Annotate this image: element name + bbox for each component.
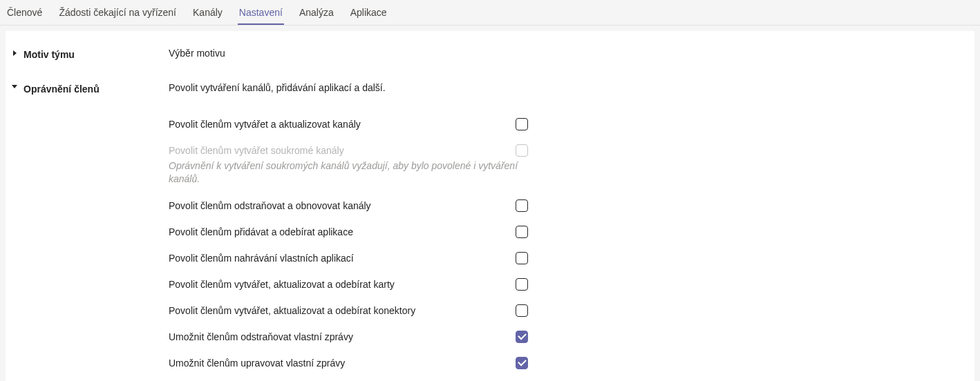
tab-pending-requests[interactable]: Žádosti čekající na vyřízení — [57, 3, 178, 25]
tab-settings[interactable]: Nastavení — [238, 3, 284, 25]
checkbox-edit-own-messages[interactable] — [516, 357, 528, 369]
option-create-update-channels: Povolit členům vytvářet a aktualizovat k… — [169, 111, 528, 137]
settings-panel: Motiv týmu Výběr motivu Oprávnění členů … — [6, 31, 974, 381]
section-title-permissions: Oprávnění členů — [23, 82, 169, 95]
tab-apps[interactable]: Aplikace — [349, 3, 388, 25]
checkbox-create-update-channels[interactable] — [516, 118, 528, 130]
option-label: Povolit členům odstraňovat a obnovovat k… — [169, 200, 516, 211]
option-upload-custom-apps: Povolit členům nahrávání vlastních aplik… — [169, 245, 528, 271]
expander-team-theme[interactable] — [6, 48, 23, 56]
option-label: Umožnit členům upravovat vlastní zprávy — [169, 358, 516, 369]
checkbox-create-private-channels — [516, 144, 528, 157]
checkbox-add-remove-apps[interactable] — [516, 226, 528, 238]
expander-member-permissions[interactable] — [6, 82, 23, 88]
checkbox-upload-custom-apps[interactable] — [516, 252, 528, 264]
caret-right-icon — [13, 50, 17, 56]
option-label: Povolit členům vytvářet, aktualizovat a … — [169, 305, 516, 316]
caret-down-icon — [12, 85, 17, 88]
option-label: Povolit členům vytvářet, aktualizovat a … — [169, 279, 516, 290]
option-delete-own-messages: Umožnit členům odstraňovat vlastní zpráv… — [169, 324, 528, 350]
option-create-private-channels: Povolit členům vytvářet soukromé kanály — [169, 137, 528, 159]
option-label: Povolit členům vytvářet soukromé kanály — [169, 145, 516, 156]
option-help-private-channels: Oprávnění k vytváření soukromých kanálů … — [169, 159, 521, 186]
option-manage-connectors: Povolit členům vytvářet, aktualizovat a … — [169, 297, 528, 324]
option-label: Povolit členům přidávat a odebírat aplik… — [169, 226, 516, 237]
option-delete-restore-channels: Povolit členům odstraňovat a obnovovat k… — [169, 193, 528, 219]
option-add-remove-apps: Povolit členům přidávat a odebírat aplik… — [169, 219, 528, 245]
checkbox-manage-connectors[interactable] — [516, 304, 528, 317]
checkbox-delete-own-messages[interactable] — [516, 331, 528, 343]
section-desc-permissions: Povolit vytváření kanálů, přidávání apli… — [169, 82, 961, 93]
checkbox-manage-tabs[interactable] — [516, 278, 528, 291]
option-manage-tabs: Povolit členům vytvářet, aktualizovat a … — [169, 271, 528, 297]
option-label: Povolit členům nahrávání vlastních aplik… — [169, 253, 516, 264]
tab-channels[interactable]: Kanály — [191, 3, 224, 25]
option-label: Povolit členům vytvářet a aktualizovat k… — [169, 119, 516, 130]
tab-members[interactable]: Členové — [6, 3, 44, 25]
section-desc-theme: Výběr motivu — [169, 48, 961, 59]
checkbox-delete-restore-channels[interactable] — [516, 199, 528, 212]
option-edit-own-messages: Umožnit členům upravovat vlastní zprávy — [169, 350, 528, 376]
option-label: Umožnit členům odstraňovat vlastní zpráv… — [169, 331, 516, 342]
section-team-theme: Motiv týmu Výběr motivu — [6, 43, 974, 64]
tab-bar: Členové Žádosti čekající na vyřízení Kan… — [0, 0, 980, 26]
section-member-permissions: Oprávnění členů Povolit vytváření kanálů… — [6, 78, 974, 380]
section-title-theme: Motiv týmu — [23, 48, 169, 60]
tab-analytics[interactable]: Analýza — [298, 3, 335, 25]
